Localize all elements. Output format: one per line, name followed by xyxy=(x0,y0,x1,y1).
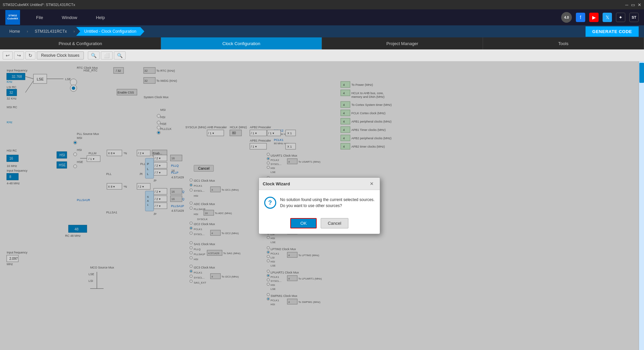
fit-button[interactable]: ⬜ xyxy=(101,51,113,59)
dialog-title: Clock Wizard xyxy=(263,181,290,186)
main-content: Input frequency 32.768 KHz LSI RC 32 32 … xyxy=(0,61,644,350)
dialog-message-line2: Do you want to use other sources? xyxy=(280,203,342,208)
breadcrumb-bar: Home › STM32L431RCTx › Untitled - Clock … xyxy=(0,25,644,37)
version-badge: 4.0 xyxy=(561,12,572,23)
dialog-ok-button[interactable]: OK xyxy=(290,218,317,228)
dialog-info-icon: ? xyxy=(264,197,276,209)
title-bar: STM32CubeMX Untitled*: STM32L431RCTx ─ ▭… xyxy=(0,0,644,9)
tab-project[interactable]: Project Manager xyxy=(322,37,483,49)
tab-tools[interactable]: Tools xyxy=(483,37,644,49)
breadcrumb-sep2: › xyxy=(73,29,75,34)
diagram-area: Input frequency 32.768 KHz LSI RC 32 32 … xyxy=(0,61,639,350)
dialog-cancel-button[interactable]: Cancel xyxy=(321,218,348,228)
minimize-button[interactable]: ─ xyxy=(625,2,628,7)
tab-clock[interactable]: Clock Configuration xyxy=(161,37,322,49)
zoom-out-button[interactable]: 🔍 xyxy=(88,51,100,59)
menu-window[interactable]: Window xyxy=(59,14,80,21)
facebook-icon[interactable]: f xyxy=(576,13,585,22)
menu-right: 4.0 f ▶ 𝕏 ✦ ST xyxy=(561,12,639,23)
right-scrollbar[interactable] xyxy=(639,61,644,350)
clock-wizard-dialog: Clock Wizard ✕ ? No solution found using… xyxy=(259,177,380,234)
scrollbar-thumb[interactable] xyxy=(639,63,644,83)
breadcrumb-device[interactable]: STM32L431RCTx xyxy=(29,27,72,36)
youtube-icon[interactable]: ▶ xyxy=(589,13,599,22)
menu-bar: STM32CubeMX File Window Help 4.0 f ▶ 𝕏 ✦… xyxy=(0,9,644,25)
window-controls: ─ ▭ ✕ xyxy=(625,2,641,7)
zoom-in-button[interactable]: 🔍 xyxy=(114,51,126,59)
dialog-message: No solution found using the current sele… xyxy=(280,197,375,209)
zoom-controls: 🔍 ⬜ 🔍 xyxy=(88,51,126,59)
network-icon[interactable]: ✦ xyxy=(616,13,625,22)
logo-area: STM32CubeMX xyxy=(5,10,20,25)
close-button[interactable]: ✕ xyxy=(638,2,641,7)
generate-code-button[interactable]: GENERATE CODE xyxy=(586,26,639,37)
dialog-title-bar: Clock Wizard ✕ xyxy=(259,178,380,190)
dialog-overlay: Clock Wizard ✕ ? No solution found using… xyxy=(0,61,639,350)
toolbar: ↩ ↪ ↻ Resolve Clock Issues 🔍 ⬜ 🔍 xyxy=(0,49,644,61)
tab-pinout[interactable]: Pinout & Configuration xyxy=(0,37,161,49)
breadcrumb-current[interactable]: Untitled - Clock Configuration xyxy=(76,27,144,36)
dialog-footer: OK Cancel xyxy=(259,215,380,234)
undo-button[interactable]: ↩ xyxy=(3,51,13,59)
version-text: 4.0 xyxy=(564,16,569,19)
dialog-close-button[interactable]: ✕ xyxy=(368,180,376,187)
dialog-message-line1: No solution found using the current sele… xyxy=(280,197,375,202)
redo-button[interactable]: ↪ xyxy=(14,51,24,59)
breadcrumb-sep1: › xyxy=(27,29,28,34)
menu-file[interactable]: File xyxy=(33,14,46,21)
resolve-clock-button[interactable]: Resolve Clock Issues xyxy=(37,51,84,59)
menu-help[interactable]: Help xyxy=(93,14,108,21)
refresh-button[interactable]: ↻ xyxy=(25,51,35,59)
menu-items: File Window Help xyxy=(33,14,108,21)
dialog-body: ? No solution found using the current se… xyxy=(259,190,380,215)
breadcrumb-home[interactable]: Home xyxy=(5,27,25,36)
restore-button[interactable]: ▭ xyxy=(631,2,635,7)
st-logo[interactable]: ST xyxy=(629,13,639,22)
twitter-icon[interactable]: 𝕏 xyxy=(603,13,612,22)
title-bar-text: STM32CubeMX Untitled*: STM32L431RCTx xyxy=(3,3,75,7)
tab-bar: Pinout & Configuration Clock Configurati… xyxy=(0,37,644,49)
stm32cubemx-logo: STM32CubeMX xyxy=(5,10,20,25)
